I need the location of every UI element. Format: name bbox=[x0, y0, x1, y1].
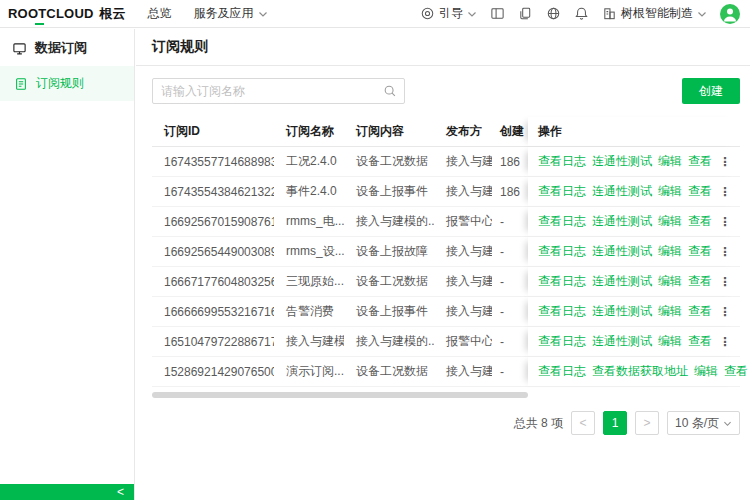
page-title: 订阅规则 bbox=[152, 38, 734, 56]
cell-operations: 查看日志连通性测试编辑查看⋮ bbox=[528, 177, 740, 206]
create-button[interactable]: 创建 bbox=[682, 78, 740, 104]
cell-subscription-id: 1666669955321671683 bbox=[152, 297, 274, 326]
cell-subscription-content: 设备上报故障 bbox=[344, 237, 434, 266]
cell-subscription-name: 接入与建模 bbox=[274, 327, 344, 356]
operation-link[interactable]: 编辑 bbox=[658, 243, 682, 260]
operation-link[interactable]: 查看日志 bbox=[538, 153, 586, 170]
document-copy-icon[interactable] bbox=[518, 6, 533, 21]
operation-link[interactable]: 连通性测试 bbox=[592, 213, 652, 230]
logo-text-en: ROOTCLOUD bbox=[8, 6, 94, 21]
cell-operations: 查看日志连通性测试编辑查看⋮ bbox=[528, 327, 740, 356]
operation-link[interactable]: 编辑 bbox=[694, 363, 718, 380]
operation-link[interactable]: 查看 bbox=[724, 363, 748, 380]
cell-subscription-name: rmms_电... bbox=[274, 207, 344, 236]
prev-page-button[interactable]: < bbox=[571, 411, 595, 435]
operation-link[interactable]: 查看日志 bbox=[538, 273, 586, 290]
page-size-select[interactable]: 10 条/页 bbox=[667, 411, 740, 435]
operation-link[interactable]: 编辑 bbox=[658, 303, 682, 320]
cell-subscription-name: 告警消费 bbox=[274, 297, 344, 326]
table-header-row: 订阅ID订阅名称订阅内容发布方创建操作 bbox=[152, 117, 740, 147]
layout-icon[interactable] bbox=[490, 6, 505, 21]
table-row: 1651047972288671745接入与建模接入与建模的...报警中心-查看… bbox=[152, 327, 740, 357]
operation-link[interactable]: 查看 bbox=[688, 243, 712, 260]
sidebar: 数据订阅 订阅规则 < bbox=[0, 29, 135, 500]
column-header-1: 订阅名称 bbox=[274, 117, 344, 146]
nav-item-overview[interactable]: 总览 bbox=[148, 5, 172, 22]
nav-services-label: 服务及应用 bbox=[194, 5, 254, 22]
sidebar-collapse-bar[interactable]: < bbox=[0, 484, 134, 500]
sidebar-item-subscription-rules[interactable]: 订阅规则 bbox=[0, 66, 134, 101]
tenant-selector[interactable]: 树根智能制造 bbox=[602, 5, 707, 22]
cell-operations: 查看日志连通性测试编辑查看⋮ bbox=[528, 147, 740, 176]
operation-link[interactable]: 查看 bbox=[688, 153, 712, 170]
operation-link[interactable]: 连通性测试 bbox=[592, 333, 652, 350]
operation-link[interactable]: 编辑 bbox=[658, 183, 682, 200]
cell-subscription-name: 工况2.4.0 bbox=[274, 147, 344, 176]
cell-subscription-content: 设备上报事件 bbox=[344, 297, 434, 326]
search-box bbox=[152, 78, 405, 104]
operation-link[interactable]: 查看日志 bbox=[538, 213, 586, 230]
operation-link[interactable]: 编辑 bbox=[658, 333, 682, 350]
more-actions-icon[interactable]: ⋮ bbox=[718, 185, 731, 199]
page-size-value: 10 条/页 bbox=[675, 415, 719, 432]
cell-created: 186 bbox=[492, 147, 528, 176]
operation-link[interactable]: 连通性测试 bbox=[592, 273, 652, 290]
document-icon bbox=[14, 77, 28, 91]
cell-created: 186 bbox=[492, 177, 528, 206]
cell-operations: 查看日志连通性测试编辑查看⋮ bbox=[528, 207, 740, 236]
more-actions-icon[interactable]: ⋮ bbox=[718, 245, 731, 259]
operation-link[interactable]: 查看 bbox=[688, 183, 712, 200]
sidebar-group-label: 数据订阅 bbox=[35, 39, 87, 57]
operation-link[interactable]: 查看 bbox=[688, 303, 712, 320]
user-icon bbox=[720, 4, 740, 24]
operation-link[interactable]: 查看 bbox=[688, 213, 712, 230]
table-row: 1666717760480325634三现原始...设备工况数据接入与建模-查看… bbox=[152, 267, 740, 297]
toolbar: 创建 bbox=[152, 78, 740, 104]
organization-icon bbox=[602, 6, 617, 21]
column-header-0: 订阅ID bbox=[152, 117, 274, 146]
operation-link[interactable]: 查看日志 bbox=[538, 333, 586, 350]
current-page-button[interactable]: 1 bbox=[603, 411, 627, 435]
avatar[interactable] bbox=[720, 4, 740, 24]
operation-link[interactable]: 连通性测试 bbox=[592, 243, 652, 260]
operation-link[interactable]: 查看日志 bbox=[538, 183, 586, 200]
more-actions-icon[interactable]: ⋮ bbox=[718, 335, 731, 349]
more-actions-icon[interactable]: ⋮ bbox=[718, 155, 731, 169]
cell-subscription-id: 1651047972288671745 bbox=[152, 327, 274, 356]
operation-link[interactable]: 查看日志 bbox=[538, 363, 586, 380]
cell-publisher: 报警中心 bbox=[434, 207, 492, 236]
more-actions-icon[interactable]: ⋮ bbox=[718, 275, 731, 289]
cell-publisher: 接入与建模 bbox=[434, 357, 492, 386]
cell-subscription-id: 1666717760480325634 bbox=[152, 267, 274, 296]
operation-link[interactable]: 连通性测试 bbox=[592, 303, 652, 320]
bell-icon[interactable] bbox=[574, 6, 589, 21]
cell-created: - bbox=[492, 237, 528, 266]
search-input[interactable] bbox=[152, 78, 405, 104]
table-row: 1674355771468898305工况2.4.0设备工况数据接入与建模186… bbox=[152, 147, 740, 177]
search-icon[interactable] bbox=[383, 84, 397, 98]
globe-icon[interactable] bbox=[546, 6, 561, 21]
operation-link[interactable]: 查看 bbox=[688, 273, 712, 290]
app-window: ROOTCLOUD 根云 总览 服务及应用 引导 bbox=[0, 0, 750, 500]
operation-link[interactable]: 查看日志 bbox=[538, 243, 586, 260]
cell-publisher: 接入与建模 bbox=[434, 297, 492, 326]
operation-link[interactable]: 编辑 bbox=[658, 153, 682, 170]
cell-subscription-id: 1674355438462132226 bbox=[152, 177, 274, 206]
more-actions-icon[interactable]: ⋮ bbox=[718, 215, 731, 229]
guide-menu[interactable]: 引导 bbox=[420, 5, 477, 22]
sidebar-group-data-subscription[interactable]: 数据订阅 bbox=[0, 29, 134, 66]
operation-link[interactable]: 查看日志 bbox=[538, 303, 586, 320]
operation-link[interactable]: 编辑 bbox=[658, 213, 682, 230]
operation-link[interactable]: 编辑 bbox=[658, 273, 682, 290]
scrollbar-thumb[interactable] bbox=[152, 392, 528, 398]
nav-item-services[interactable]: 服务及应用 bbox=[194, 5, 268, 22]
operation-link[interactable]: 连通性测试 bbox=[592, 183, 652, 200]
rootcloud-logo: ROOTCLOUD 根云 bbox=[8, 5, 126, 23]
more-actions-icon[interactable]: ⋮ bbox=[718, 305, 731, 319]
operation-link[interactable]: 查看 bbox=[688, 333, 712, 350]
operation-link[interactable]: 连通性测试 bbox=[592, 153, 652, 170]
operation-link[interactable]: 查看数据获取地址 bbox=[592, 363, 688, 380]
cell-subscription-content: 设备工况数据 bbox=[344, 357, 434, 386]
next-page-button[interactable]: > bbox=[635, 411, 659, 435]
cell-subscription-content: 设备工况数据 bbox=[344, 147, 434, 176]
